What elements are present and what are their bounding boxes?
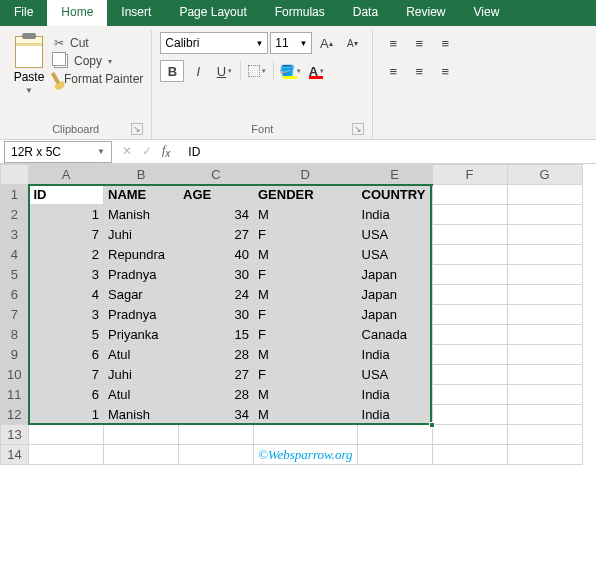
cell[interactable] xyxy=(432,365,507,385)
cell[interactable] xyxy=(104,425,179,445)
cell[interactable]: Repundra xyxy=(104,245,179,265)
cell[interactable]: Japan xyxy=(357,265,432,285)
cell[interactable]: M xyxy=(254,405,358,425)
cell[interactable]: Manish xyxy=(104,205,179,225)
cell[interactable]: F xyxy=(254,225,358,245)
cell[interactable] xyxy=(432,285,507,305)
cell[interactable]: India xyxy=(357,405,432,425)
underline-button[interactable]: U▾ xyxy=(212,60,236,82)
cell[interactable] xyxy=(432,245,507,265)
cell[interactable]: Priyanka xyxy=(104,325,179,345)
cancel-formula-icon[interactable]: ✕ xyxy=(122,144,132,158)
decrease-font-button[interactable]: A▾ xyxy=(340,32,364,54)
cell[interactable]: 40 xyxy=(179,245,254,265)
cell[interactable] xyxy=(29,425,104,445)
cell[interactable]: 1 xyxy=(29,405,104,425)
cell[interactable]: 7 xyxy=(29,365,104,385)
cell[interactable] xyxy=(507,265,582,285)
tab-view[interactable]: View xyxy=(460,0,514,26)
align-left-button[interactable]: ≡ xyxy=(381,60,405,82)
row-header[interactable]: 4 xyxy=(1,245,29,265)
cell[interactable] xyxy=(432,185,507,205)
cell[interactable]: 34 xyxy=(179,405,254,425)
cell[interactable]: GENDER xyxy=(254,185,358,205)
cell[interactable]: 2 xyxy=(29,245,104,265)
column-header[interactable]: E xyxy=(357,165,432,185)
cell[interactable] xyxy=(254,425,358,445)
cell[interactable]: F xyxy=(254,265,358,285)
cell[interactable] xyxy=(29,445,104,465)
cell[interactable] xyxy=(507,245,582,265)
cell[interactable] xyxy=(432,205,507,225)
row-header[interactable]: 12 xyxy=(1,405,29,425)
cell[interactable]: Manish xyxy=(104,405,179,425)
cell[interactable] xyxy=(507,425,582,445)
cell[interactable]: Pradnya xyxy=(104,265,179,285)
cell[interactable]: 24 xyxy=(179,285,254,305)
column-header[interactable]: C xyxy=(179,165,254,185)
cell[interactable] xyxy=(507,325,582,345)
cell[interactable]: COUNTRY xyxy=(357,185,432,205)
cell[interactable] xyxy=(432,265,507,285)
cell[interactable] xyxy=(507,365,582,385)
cell[interactable]: 15 xyxy=(179,325,254,345)
cell[interactable] xyxy=(507,185,582,205)
cell[interactable] xyxy=(357,445,432,465)
cell[interactable] xyxy=(507,385,582,405)
cell[interactable] xyxy=(432,305,507,325)
cell[interactable]: Japan xyxy=(357,305,432,325)
cell[interactable]: F xyxy=(254,325,358,345)
cell[interactable]: USA xyxy=(357,365,432,385)
row-header[interactable]: 6 xyxy=(1,285,29,305)
row-header[interactable]: 3 xyxy=(1,225,29,245)
dialog-launcher-icon[interactable]: ↘ xyxy=(131,123,143,135)
cell[interactable]: 27 xyxy=(179,225,254,245)
cell[interactable] xyxy=(432,405,507,425)
paste-button[interactable]: Paste ▼ xyxy=(8,32,50,95)
cell[interactable]: Canada xyxy=(357,325,432,345)
column-header[interactable]: B xyxy=(104,165,179,185)
copy-button[interactable]: Copy ▾ xyxy=(54,54,143,68)
name-box[interactable]: 12R x 5C▼ xyxy=(4,141,112,163)
cell[interactable]: 1 xyxy=(29,205,104,225)
cell[interactable]: 34 xyxy=(179,205,254,225)
cell[interactable]: 30 xyxy=(179,265,254,285)
worksheet[interactable]: ABCDEFG1IDNAMEAGEGENDERCOUNTRY21Manish34… xyxy=(0,164,596,465)
font-name-select[interactable]: Calibri▼ xyxy=(160,32,268,54)
cell[interactable] xyxy=(432,325,507,345)
cell[interactable]: 6 xyxy=(29,385,104,405)
cell[interactable] xyxy=(104,445,179,465)
column-header[interactable]: F xyxy=(432,165,507,185)
cell[interactable]: NAME xyxy=(104,185,179,205)
row-header[interactable]: 2 xyxy=(1,205,29,225)
cell[interactable] xyxy=(357,425,432,445)
cell[interactable] xyxy=(179,425,254,445)
cell[interactable]: 3 xyxy=(29,265,104,285)
align-middle-button[interactable]: ≡ xyxy=(407,32,431,54)
increase-font-button[interactable]: A▴ xyxy=(314,32,338,54)
cell[interactable]: Juhi xyxy=(104,225,179,245)
column-header[interactable]: D xyxy=(254,165,358,185)
cell[interactable]: ID xyxy=(29,185,104,205)
cell[interactable] xyxy=(507,405,582,425)
cell[interactable] xyxy=(507,285,582,305)
cell[interactable]: 3 xyxy=(29,305,104,325)
select-all-corner[interactable] xyxy=(1,165,29,185)
dialog-launcher-icon[interactable]: ↘ xyxy=(352,123,364,135)
cell[interactable] xyxy=(507,225,582,245)
row-header[interactable]: 9 xyxy=(1,345,29,365)
borders-button[interactable]: ▾ xyxy=(245,60,269,82)
font-color-button[interactable]: A▾ xyxy=(304,60,328,82)
cell[interactable]: Japan xyxy=(357,285,432,305)
cell[interactable] xyxy=(432,225,507,245)
cell[interactable] xyxy=(507,445,582,465)
cell[interactable]: 27 xyxy=(179,365,254,385)
cell[interactable] xyxy=(432,425,507,445)
formula-input[interactable]: ID xyxy=(180,143,596,161)
font-size-select[interactable]: 11▼ xyxy=(270,32,312,54)
cell[interactable]: 5 xyxy=(29,325,104,345)
cell[interactable]: F xyxy=(254,305,358,325)
bold-button[interactable]: B xyxy=(160,60,184,82)
row-header[interactable]: 1 xyxy=(1,185,29,205)
tab-data[interactable]: Data xyxy=(339,0,392,26)
